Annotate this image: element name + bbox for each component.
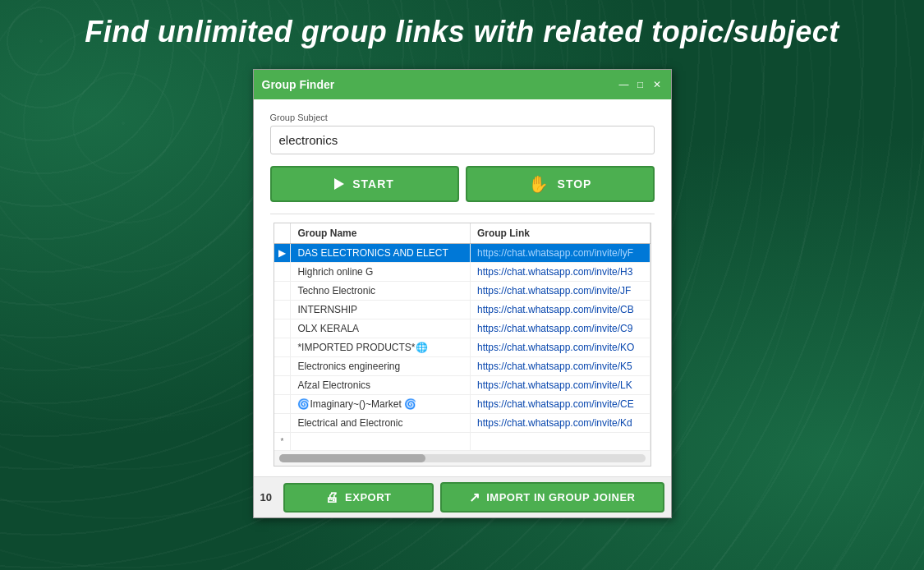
start-label: START (352, 177, 394, 191)
table-wrapper: Group Name Group Link ▶DAS ELECTRONICS A… (274, 223, 650, 451)
close-button[interactable]: ✕ (651, 79, 663, 90)
result-count: 10 (260, 491, 277, 503)
group-name-cell: Afzal Electronics (291, 376, 471, 395)
table-row[interactable]: Electrical and Electronichttps://chat.wh… (274, 414, 650, 433)
window-body: Group Subject START ✋ STOP (254, 99, 671, 476)
row-arrow (274, 414, 291, 433)
horizontal-scrollbar[interactable] (274, 451, 650, 466)
window-title: Group Finder (262, 78, 335, 91)
group-link-cell: https://chat.whatsapp.com/invite/CB (470, 301, 650, 319)
group-link-cell: https://chat.whatsapp.com/invite/Kd (470, 414, 650, 433)
table-row[interactable]: OLX KERALAhttps://chat.whatsapp.com/invi… (274, 319, 650, 338)
app-window: Group Finder — □ ✕ Group Subject START ✋… (253, 69, 672, 518)
title-bar: Group Finder — □ ✕ (254, 70, 671, 99)
group-link-cell: https://chat.whatsapp.com/invite/CE (470, 395, 650, 414)
scrollbar-thumb (279, 454, 425, 462)
page-heading: Find unlimited group links with related … (0, 0, 924, 62)
group-name-cell: Highrich online G (291, 263, 471, 282)
action-buttons: START ✋ STOP (270, 166, 655, 202)
footer-bar: 10 🖨 EXPORT ↗ IMPORT IN GROUP JOINER (254, 476, 671, 517)
export-button[interactable]: 🖨 EXPORT (283, 483, 434, 513)
field-label: Group Subject (270, 113, 655, 122)
import-button[interactable]: ↗ IMPORT IN GROUP JOINER (440, 482, 664, 513)
import-label: IMPORT IN GROUP JOINER (486, 491, 635, 503)
export-icon: 🖨 (325, 490, 339, 505)
table-body: ▶DAS ELECTRONICS AND ELECThttps://chat.w… (274, 244, 650, 451)
group-name-cell: OLX KERALA (291, 319, 471, 338)
row-arrow (274, 319, 291, 338)
group-link-cell: https://chat.whatsapp.com/invite/lyF (470, 244, 650, 263)
group-link-cell: https://chat.whatsapp.com/invite/LK (470, 376, 650, 395)
group-subject-field: Group Subject (270, 113, 655, 154)
stop-button[interactable]: ✋ STOP (466, 166, 655, 202)
row-arrow: ▶ (274, 244, 291, 263)
stop-icon: ✋ (528, 176, 549, 192)
table-row[interactable]: 🌀Imaginary~()~Market 🌀https://chat.whats… (274, 395, 650, 414)
empty-row: * (274, 433, 650, 451)
row-arrow (274, 395, 291, 414)
row-arrow (274, 338, 291, 357)
group-link-cell: https://chat.whatsapp.com/invite/H3 (470, 263, 650, 282)
table-header-row: Group Name Group Link (274, 223, 650, 244)
group-link-cell: https://chat.whatsapp.com/invite/KO (470, 338, 650, 357)
results-table-container: Group Name Group Link ▶DAS ELECTRONICS A… (274, 223, 651, 467)
export-label: EXPORT (345, 491, 391, 503)
table-row[interactable]: Electronics engineeringhttps://chat.what… (274, 357, 650, 376)
group-link-cell: https://chat.whatsapp.com/invite/K5 (470, 357, 650, 376)
row-arrow (274, 282, 291, 301)
table-row[interactable]: Highrich online Ghttps://chat.whatsapp.c… (274, 263, 650, 282)
row-arrow (274, 263, 291, 282)
play-icon (334, 178, 344, 190)
stop-label: STOP (558, 177, 592, 191)
maximize-button[interactable]: □ (635, 79, 646, 90)
row-arrow (274, 357, 291, 376)
group-link-cell: https://chat.whatsapp.com/invite/C9 (470, 319, 650, 338)
group-name-cell: *IMPORTED PRODUCTS*🌐 (291, 338, 471, 357)
table-row[interactable]: Afzal Electronicshttps://chat.whatsapp.c… (274, 376, 650, 395)
col-group-name-header: Group Name (291, 223, 471, 244)
group-name-cell: 🌀Imaginary~()~Market 🌀 (291, 395, 471, 414)
group-name-cell: Electronics engineering (291, 357, 471, 376)
row-arrow (274, 376, 291, 395)
results-table: Group Name Group Link ▶DAS ELECTRONICS A… (274, 223, 650, 451)
start-button[interactable]: START (270, 166, 459, 202)
table-row[interactable]: *IMPORTED PRODUCTS*🌐https://chat.whatsap… (274, 338, 650, 357)
import-icon: ↗ (469, 490, 480, 505)
title-bar-controls: — □ ✕ (618, 79, 663, 90)
table-row[interactable]: ▶DAS ELECTRONICS AND ELECThttps://chat.w… (274, 244, 650, 263)
group-subject-input[interactable] (270, 126, 655, 154)
group-name-cell: DAS ELECTRONICS AND ELECT (291, 244, 471, 263)
scrollbar-track (279, 454, 646, 462)
row-arrow (274, 301, 291, 319)
col-arrow-header (274, 223, 291, 244)
col-group-link-header: Group Link (470, 223, 650, 244)
group-name-cell: Techno Electronic (291, 282, 471, 301)
group-link-cell: https://chat.whatsapp.com/invite/JF (470, 282, 650, 301)
table-row[interactable]: Techno Electronichttps://chat.whatsapp.c… (274, 282, 650, 301)
group-name-cell: INTERNSHIP (291, 301, 471, 319)
minimize-button[interactable]: — (618, 79, 630, 90)
table-row[interactable]: INTERNSHIPhttps://chat.whatsapp.com/invi… (274, 301, 650, 319)
group-name-cell: Electrical and Electronic (291, 414, 471, 433)
separator (270, 214, 655, 214)
